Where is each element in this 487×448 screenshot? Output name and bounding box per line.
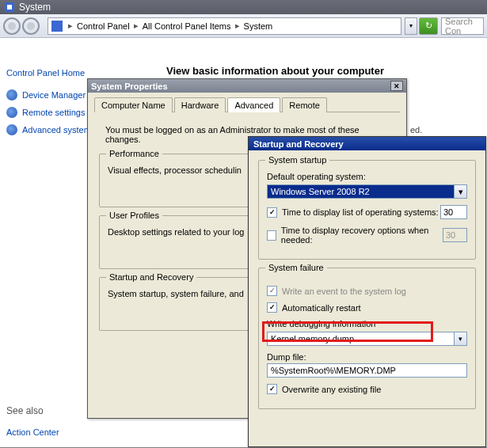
window-title: System xyxy=(19,2,51,13)
action-center-link[interactable]: Action Center xyxy=(6,426,133,439)
shield-icon xyxy=(6,89,17,101)
write-debug-label: Write debugging information xyxy=(267,319,467,328)
tab-advanced[interactable]: Advanced xyxy=(227,97,280,112)
overwrite-label: Overwrite any existing file xyxy=(282,385,381,394)
system-startup-legend: System startup xyxy=(265,155,329,165)
default-os-select[interactable]: Windows Server 2008 R2 ▾ xyxy=(267,184,467,199)
breadcrumb-2[interactable]: All Control Panel Items xyxy=(141,21,233,31)
time-list-checkbox[interactable] xyxy=(267,207,277,218)
breadcrumb-sep: ▸ xyxy=(66,21,75,31)
advanced-system-label: Advanced system xyxy=(22,125,91,135)
nav-toolbar: ▸ Control Panel ▸ All Control Panel Item… xyxy=(0,14,487,38)
overwrite-row: Overwrite any existing file xyxy=(267,384,467,394)
remote-settings-label: Remote settings xyxy=(22,108,85,117)
overwrite-checkbox[interactable] xyxy=(267,384,277,394)
refresh-button[interactable]: ↻ xyxy=(419,17,438,35)
shield-icon xyxy=(6,124,17,135)
breadcrumb-3[interactable]: System xyxy=(242,21,275,31)
close-icon: ✕ xyxy=(394,82,400,90)
address-bar[interactable]: ▸ Control Panel ▸ All Control Panel Item… xyxy=(48,17,401,35)
shield-icon xyxy=(6,107,17,118)
performance-legend: Performance xyxy=(106,149,162,158)
tab-remote[interactable]: Remote xyxy=(282,97,327,112)
search-placeholder: Search Con xyxy=(445,17,480,36)
chevron-down-icon: ▾ xyxy=(454,332,466,345)
default-os-value: Windows Server 2008 R2 xyxy=(271,187,370,196)
control-panel-icon xyxy=(51,21,63,32)
tab-strip: Computer Name Hardware Advanced Remote xyxy=(94,97,400,112)
chevron-down-icon: ▾ xyxy=(409,22,413,29)
partial-text: ed. xyxy=(410,125,422,135)
forward-button[interactable] xyxy=(22,17,40,35)
system-failure-group: System failure Write an event to the sys… xyxy=(258,268,476,409)
startup-recovery-dialog: Startup and Recovery System startup Defa… xyxy=(248,136,486,447)
time-list-label: Time to display list of operating system… xyxy=(282,207,439,217)
auto-restart-checkbox[interactable] xyxy=(267,302,277,313)
write-event-row: Write an event to the system log xyxy=(267,286,467,296)
window-titlebar: System xyxy=(0,0,487,14)
device-manager-label: Device Manager xyxy=(22,90,86,100)
dialog-title: System Properties xyxy=(91,82,168,91)
time-list-spinner[interactable]: 30 xyxy=(440,205,467,219)
system-icon xyxy=(5,2,14,12)
startup-recovery-legend: Startup and Recovery xyxy=(106,272,196,282)
dump-file-value: %SystemRoot%\MEMORY.DMP xyxy=(271,366,396,375)
system-failure-legend: System failure xyxy=(265,263,327,272)
dialog-body: System startup Default operating system:… xyxy=(249,150,485,425)
time-recovery-spinner: 30 xyxy=(443,228,467,242)
breadcrumb-sep: ▸ xyxy=(131,21,141,31)
refresh-icon: ↻ xyxy=(425,21,432,31)
auto-restart-label: Automatically restart xyxy=(282,303,361,313)
system-startup-group: System startup Default operating system:… xyxy=(258,160,476,260)
user-profiles-legend: User Profiles xyxy=(106,211,162,220)
breadcrumb-sep: ▸ xyxy=(233,21,242,31)
control-panel-home-link[interactable]: Control Panel Home xyxy=(6,66,133,79)
close-button[interactable]: ✕ xyxy=(390,81,403,91)
dialog-titlebar[interactable]: System Properties ✕ xyxy=(88,79,406,93)
back-button[interactable] xyxy=(3,17,21,35)
chevron-down-icon: ▾ xyxy=(454,185,466,198)
page-heading: View basic information about your comput… xyxy=(166,65,384,77)
default-os-label: Default operating system: xyxy=(267,172,467,181)
tab-computer-name[interactable]: Computer Name xyxy=(94,97,173,112)
time-list-row: Time to display list of operating system… xyxy=(267,205,467,219)
dump-file-label: Dump file: xyxy=(267,352,467,362)
auto-restart-row: Automatically restart xyxy=(267,302,467,313)
dialog-titlebar[interactable]: Startup and Recovery xyxy=(249,137,485,150)
address-dropdown[interactable]: ▾ xyxy=(405,17,417,35)
write-event-label: Write an event to the system log xyxy=(282,287,406,296)
dump-type-select[interactable]: Kernel memory dump ▾ xyxy=(267,332,467,346)
dump-file-input[interactable]: %SystemRoot%\MEMORY.DMP xyxy=(267,363,467,378)
time-recovery-checkbox[interactable] xyxy=(267,230,276,241)
breadcrumb-1[interactable]: Control Panel xyxy=(75,21,131,31)
search-input[interactable]: Search Con xyxy=(441,17,484,35)
time-recovery-label: Time to display recovery options when ne… xyxy=(281,226,443,245)
dialog-title: Startup and Recovery xyxy=(253,139,344,149)
dump-type-value: Kernel memory dump xyxy=(271,334,354,344)
write-event-checkbox xyxy=(267,286,277,296)
tab-hardware[interactable]: Hardware xyxy=(174,97,226,112)
time-recovery-row: Time to display recovery options when ne… xyxy=(267,226,467,245)
